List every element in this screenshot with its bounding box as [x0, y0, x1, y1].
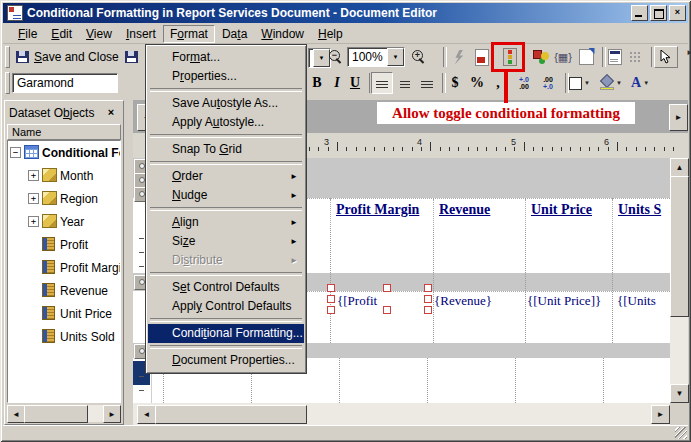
field-revenue[interactable]: {Revenue} [430, 291, 492, 311]
column-header-profit-margin[interactable]: Profit Margin [330, 199, 433, 227]
document-hscrollbar[interactable]: ◄ ► [133, 403, 688, 425]
selection-handle[interactable] [383, 306, 391, 314]
format-menu-item-order[interactable]: Order► [148, 167, 304, 186]
increase-decimal-button[interactable]: +.0 .00 [513, 72, 535, 94]
tree-item-profit-margin[interactable]: Profit Margin [8, 256, 120, 279]
menubar-item-view[interactable]: View [79, 25, 119, 43]
align-center-button[interactable] [394, 72, 416, 94]
dropdown-arrow-icon[interactable]: ▼ [584, 80, 590, 86]
format-menu-item-snap-to-grid[interactable]: Snap To Grid [148, 140, 304, 159]
format-menu-item-align[interactable]: Align► [148, 213, 304, 232]
tree-item-profit[interactable]: Profit [8, 233, 120, 256]
scroll-right-icon[interactable]: ► [651, 405, 670, 424]
column-header-unit-price[interactable]: Unit Price [525, 199, 612, 227]
menubar-item-edit[interactable]: Edit [44, 25, 79, 43]
dropdown-arrow-icon[interactable]: ▼ [643, 80, 649, 86]
scroll-down-icon[interactable]: ▼ [670, 384, 689, 403]
scrollbar-thumb[interactable] [155, 405, 307, 424]
resize-grip-icon[interactable] [675, 427, 687, 439]
expand-plus-icon[interactable]: + [28, 193, 39, 204]
format-menu-item-set-control-defaults[interactable]: Set Control Defaults [148, 278, 304, 297]
export-pdf-button[interactable] [471, 46, 493, 68]
expand-plus-icon[interactable]: + [28, 216, 39, 227]
tree-item-units-sold[interactable]: Units Sold [8, 325, 120, 348]
save-and-close-button[interactable]: Save and Close [14, 46, 121, 68]
align-right-button[interactable] [416, 72, 438, 94]
menubar-item-insert[interactable]: Insert [119, 25, 163, 43]
expand-plus-icon[interactable]: + [28, 170, 39, 181]
menubar-item-format[interactable]: Format [163, 25, 215, 43]
format-menu-item-save-autostyle-as[interactable]: Save Autostyle As... [148, 94, 304, 113]
toolbar-grip[interactable] [5, 72, 10, 94]
menubar-item-file[interactable]: File [11, 25, 44, 43]
font-color-button[interactable]: A ▼ [629, 72, 651, 94]
toolbar-overflow-chevron[interactable]: ► [686, 48, 691, 57]
field-unit-price[interactable]: {[Unit Price]} [523, 291, 610, 311]
selection-pointer-button[interactable] [654, 46, 678, 68]
scrollbar-thumb[interactable] [24, 405, 88, 423]
scrollbar-thumb[interactable] [670, 176, 689, 317]
toolbar-grip[interactable] [5, 46, 10, 68]
selection-handle[interactable] [424, 295, 432, 303]
selection-handle[interactable] [327, 284, 335, 292]
column-header-revenue[interactable]: Revenue [433, 199, 525, 227]
decrease-decimal-button[interactable]: .00 +.0 [537, 72, 559, 94]
zoom-level-combo[interactable]: 100% ▼ [347, 47, 405, 67]
minimize-button[interactable] [631, 5, 648, 21]
dropdown-arrow-icon[interactable]: ▼ [616, 80, 622, 86]
underline-button[interactable]: U [344, 72, 366, 94]
name-column-header[interactable]: Name [7, 124, 121, 140]
fill-color-button[interactable]: ▼ [598, 72, 624, 94]
percent-format-button[interactable]: % [466, 72, 488, 94]
document-vscrollbar[interactable]: ▲ ▼ [670, 158, 688, 403]
panel-hscrollbar[interactable]: ◄ ► [7, 405, 121, 422]
field-units-sold[interactable]: {[Units [613, 291, 670, 311]
dropdown-arrow-icon[interactable]: ▼ [387, 48, 404, 66]
insert-grid-button[interactable]: {▦} [552, 46, 574, 68]
column-header-units-sold[interactable]: Units S [612, 199, 670, 227]
align-left-button[interactable] [371, 72, 393, 94]
tree-item-year[interactable]: +Year [8, 210, 120, 233]
properties-button[interactable] [575, 46, 597, 68]
scroll-left-icon[interactable]: ◄ [7, 405, 25, 423]
design-view-button[interactable] [604, 46, 626, 68]
menubar-item-window[interactable]: Window [254, 25, 311, 43]
menubar-item-data[interactable]: Data [215, 25, 254, 43]
selection-handle[interactable] [424, 306, 432, 314]
close-button[interactable]: × [669, 5, 686, 21]
panel-splitter[interactable] [124, 100, 133, 425]
save-button[interactable] [121, 46, 143, 68]
borders-button[interactable]: ▼ [567, 72, 592, 94]
scroll-left-icon[interactable]: ◄ [137, 405, 156, 424]
format-menu-item-nudge[interactable]: Nudge► [148, 186, 304, 205]
tree-item-region[interactable]: +Region [8, 187, 120, 210]
format-menu-item-size[interactable]: Size► [148, 232, 304, 251]
zoom-in-button[interactable]: + [408, 46, 430, 68]
selection-handle[interactable] [327, 295, 335, 303]
tree-item-month[interactable]: +Month [8, 164, 120, 187]
format-menu-item-apply-autostyle[interactable]: Apply Autostyle... [148, 113, 304, 132]
field-profit-margin[interactable]: {[Profit [333, 291, 390, 311]
currency-format-button[interactable]: $ [444, 72, 466, 94]
zoom-out-button[interactable]: − [325, 46, 347, 68]
selection-handle[interactable] [383, 284, 391, 292]
scroll-right-icon[interactable]: ► [669, 104, 688, 131]
menubar-item-help[interactable]: Help [311, 25, 350, 43]
formatting-palette-button[interactable] [530, 46, 552, 68]
font-name-combo[interactable]: Garamond [12, 73, 118, 93]
scroll-up-icon[interactable]: ▲ [670, 158, 689, 177]
bold-button[interactable]: B [306, 72, 328, 94]
format-menu-item-apply-control-defaults[interactable]: Apply Control Defaults [148, 297, 304, 316]
format-menu-item-format[interactable]: Format... [148, 48, 304, 67]
format-menu-item-conditional-formatting[interactable]: Conditional Formatting... [148, 324, 304, 343]
maximize-button[interactable] [650, 5, 667, 21]
collapse-minus-icon[interactable]: − [10, 147, 21, 158]
panel-close-icon[interactable]: × [103, 105, 119, 120]
selection-handle[interactable] [327, 306, 335, 314]
scroll-right-icon[interactable]: ► [103, 405, 121, 423]
tree-item-conditional-for[interactable]: −Conditional For [8, 141, 120, 164]
selection-handle[interactable] [424, 284, 432, 292]
tree-item-revenue[interactable]: Revenue [8, 279, 120, 302]
format-menu-item-properties[interactable]: Properties... [148, 67, 304, 86]
format-menu-item-document-properties[interactable]: Document Properties... [148, 351, 304, 370]
